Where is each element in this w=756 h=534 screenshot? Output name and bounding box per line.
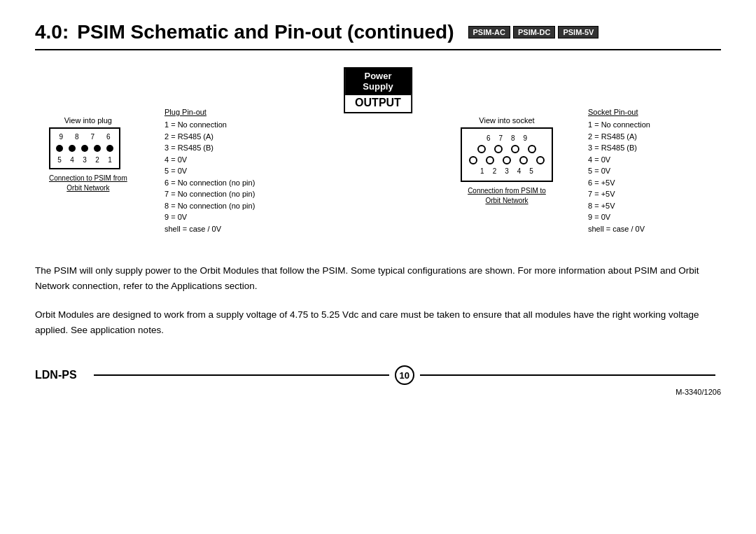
badge-psim-dc: PSIM-DC [513, 26, 555, 38]
socket-circle-7 [503, 156, 511, 164]
left-conn-dots [56, 142, 113, 155]
left-connector-box: 9 8 7 6 5 4 3 2 1 [49, 127, 120, 169]
plug-pinout-item: shell = case / 0V [164, 223, 312, 235]
title-prefix: 4.0: [35, 21, 69, 43]
plug-pinout-item: 5 = 0V [164, 165, 312, 177]
socket-circle-5 [469, 156, 477, 164]
plug-pinout-block: Plug Pin-out 1 = No connection2 = RS485 … [164, 108, 312, 234]
left-conn-top-numbers: 9 8 7 6 [56, 133, 113, 141]
badge-psim-5v: PSIM-5V [558, 26, 598, 38]
plug-pinout-item: 4 = 0V [164, 154, 312, 166]
plug-pinout-title: Plug Pin-out [164, 108, 312, 116]
socket-pinout-title: Socket Pin-out [588, 108, 721, 116]
socket-pinout-item: 4 = 0V [588, 154, 721, 166]
plug-pinout-item: 7 = No connection (no pin) [164, 188, 312, 200]
footer-page-number: 10 [395, 365, 414, 385]
left-connector-section: View into plug 9 8 7 6 5 4 3 2 1 [49, 116, 127, 193]
plug-pinout-item: 1 = No connection [164, 119, 312, 131]
footer-reference: M-3340/1206 [676, 388, 721, 396]
socket-pinout-list: 1 = No connection2 = RS485 (A)3 = RS485 … [588, 119, 721, 234]
socket-circle-3 [511, 145, 519, 153]
right-socket-section: View into socket 6 7 8 9 [461, 116, 553, 206]
socket-pinout-item: 5 = 0V [588, 165, 721, 177]
socket-pinout-item: 1 = No connection [588, 119, 721, 131]
footer-label: LDN-PS [35, 369, 77, 381]
plug-pinout-item: 2 = RS485 (A) [164, 131, 312, 143]
socket-pinout-item: 8 = +5V [588, 200, 721, 212]
right-view-label: View into socket [461, 116, 553, 125]
socket-circle-9 [536, 156, 545, 164]
socket-pinout-item: 7 = +5V [588, 188, 721, 200]
title-text: PSIM Schematic and Pin-out (continued) [77, 21, 454, 43]
socket-pinout-item: shell = case / 0V [588, 223, 721, 235]
left-connection-label: Connection to PSIM fromOrbit Network [49, 174, 127, 193]
badge-psim-ac: PSIM-AC [468, 26, 510, 38]
left-view-label: View into plug [49, 116, 127, 125]
body-paragraph-2: Orbit Modules are designed to work from … [35, 307, 721, 337]
schematic-area: Power Supply OUTPUT View into plug 9 8 7… [35, 67, 721, 249]
socket-top-numbers: 6 7 8 9 [469, 134, 545, 142]
dot-1 [56, 145, 63, 152]
plug-pinout-item: 8 = No connection (no pin) [164, 200, 312, 212]
footer-line-left [94, 374, 389, 376]
footer-line-right [420, 374, 715, 376]
plug-pinout-list: 1 = No connection2 = RS485 (A)3 = RS485 … [164, 119, 312, 234]
socket-bottom-circles [469, 156, 545, 164]
socket-circle-6 [486, 156, 494, 164]
right-socket-box: 6 7 8 9 1 2 3 4 [461, 127, 553, 182]
dot-4 [94, 145, 101, 152]
socket-pinout-item: 2 = RS485 (A) [588, 131, 721, 143]
ps-top-label: Power Supply [345, 69, 411, 94]
socket-pinout-item: 9 = 0V [588, 211, 721, 223]
socket-circle-1 [477, 145, 486, 153]
ps-output-label: OUTPUT [345, 94, 411, 112]
plug-pinout-item: 6 = No connection (no pin) [164, 177, 312, 189]
dot-5 [106, 145, 113, 152]
badge-group: PSIM-AC PSIM-DC PSIM-5V [468, 26, 599, 38]
dot-2 [69, 145, 76, 152]
dot-3 [81, 145, 88, 152]
page-title: 4.0: PSIM Schematic and Pin-out (continu… [35, 21, 721, 50]
socket-circle-8 [519, 156, 528, 164]
socket-pinout-block: Socket Pin-out 1 = No connection2 = RS48… [588, 108, 721, 234]
body-paragraph-1: The PSIM will only supply power to the O… [35, 263, 721, 293]
footer: LDN-PS 10 M-3340/1206 [35, 365, 721, 385]
left-conn-bottom-numbers: 5 4 3 2 1 [56, 156, 113, 164]
socket-bottom-numbers: 1 2 3 4 5 [469, 167, 545, 175]
socket-pinout-item: 3 = RS485 (B) [588, 142, 721, 154]
plug-pinout-item: 9 = 0V [164, 211, 312, 223]
right-connection-label: Connection from PSIM toOrbit Network [461, 186, 553, 206]
socket-top-circles [469, 145, 545, 153]
plug-pinout-item: 3 = RS485 (B) [164, 142, 312, 154]
socket-circle-2 [494, 145, 503, 153]
socket-circle-4 [528, 145, 536, 153]
socket-pinout-item: 6 = +5V [588, 177, 721, 189]
